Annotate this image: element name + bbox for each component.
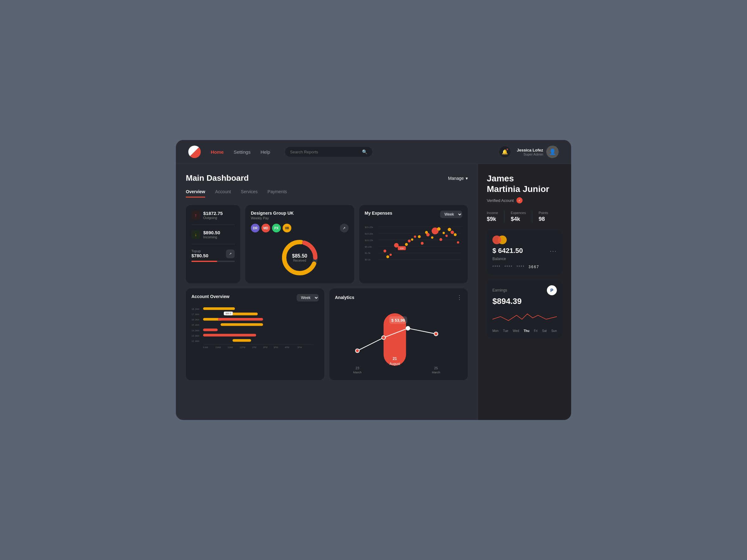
svg-text:23: 23 xyxy=(356,366,359,370)
analytics-card: Analytics ⋮ xyxy=(329,288,468,380)
svg-point-35 xyxy=(442,232,444,234)
svg-point-32 xyxy=(425,231,428,234)
avatars-row: DR MD PX 08 ↗ xyxy=(251,224,349,232)
tabs: Overview Account Services Payments xyxy=(186,189,468,197)
svg-point-37 xyxy=(454,233,456,236)
bottom-grid: Account Overview Week 18 JAN 17 JAN xyxy=(186,288,468,380)
svg-point-16 xyxy=(389,254,391,256)
nav-settings[interactable]: Settings xyxy=(234,149,251,155)
svg-text:9 AM: 9 AM xyxy=(203,346,208,348)
svg-rect-50 xyxy=(221,323,263,326)
incoming-label: Incoming xyxy=(203,235,220,239)
cards-grid-top: ↑ $1872.75 Outgoing ↓ $890.50 Incoming xyxy=(186,205,468,284)
day-sat: Sat xyxy=(542,329,547,332)
search-bar[interactable]: 🔍 xyxy=(285,147,372,157)
user-text: Jessica Lofez Super Admin xyxy=(517,148,543,156)
svg-point-31 xyxy=(418,235,420,238)
gantt-chart-svg: 18 JAN 17 JAN $30.5 16 JAN 15 JAN xyxy=(191,305,319,353)
dots-menu[interactable]: ··· xyxy=(550,247,557,255)
account-overview-card: Account Overview Week 18 JAN 17 JAN xyxy=(186,288,324,380)
svg-text:$0-1k: $0-1k xyxy=(365,258,371,261)
earnings-amount: $894.39 xyxy=(492,296,557,306)
week-selector[interactable]: Week xyxy=(440,211,462,218)
svg-text:1PM: 1PM xyxy=(252,346,256,348)
topup-arrow-icon[interactable]: ↗ xyxy=(226,249,235,258)
header: Home Settings Help 🔍 🔔 Jessica Lofez Sup… xyxy=(176,140,571,164)
expenses-stat: Expences $4k xyxy=(511,211,526,222)
tab-account[interactable]: Account xyxy=(215,189,231,197)
mastercard-icon xyxy=(492,236,557,244)
svg-point-26 xyxy=(450,231,454,234)
profile-name: James Martinia Junior xyxy=(487,173,562,194)
nav-home[interactable]: Home xyxy=(211,149,224,155)
logo-icon xyxy=(188,145,201,158)
donut-container: $85.50 Received xyxy=(251,237,349,278)
designers-title-block: Designers Group UK Weekly Pay xyxy=(251,211,294,220)
tab-overview[interactable]: Overview xyxy=(186,189,205,197)
search-input[interactable] xyxy=(290,150,360,154)
points-label: Points xyxy=(538,211,548,215)
day-tue: Tue xyxy=(503,329,508,332)
svg-text:$30.5: $30.5 xyxy=(226,312,231,315)
svg-text:3PM: 3PM xyxy=(274,346,278,348)
svg-text:31K: 31K xyxy=(400,247,404,250)
svg-text:$10-15k: $10-15k xyxy=(365,239,373,242)
card-number-row: **** **** **** 3667 xyxy=(492,265,557,269)
topup-amount: $780.50 xyxy=(191,253,208,258)
account-week-selector[interactable]: Week xyxy=(297,294,319,301)
nav-help[interactable]: Help xyxy=(260,149,270,155)
donut-label: $85.50 Received xyxy=(292,253,307,262)
topup-row: Topup $780.50 ↗ xyxy=(191,249,235,258)
topup-label: Topup xyxy=(191,249,208,253)
user-name: Jessica Lofez xyxy=(517,148,543,153)
svg-point-30 xyxy=(411,238,413,240)
earnings-card: Earnings P $894.39 Mon Tue Wed Thu Fri S… xyxy=(487,280,562,338)
earnings-header: Earnings P xyxy=(492,285,557,295)
svg-text:March: March xyxy=(353,371,362,373)
more-options-icon[interactable]: ⋮ xyxy=(457,294,462,301)
svg-text:March: March xyxy=(432,371,440,373)
svg-point-33 xyxy=(431,236,433,239)
svg-text:13 JAN: 13 JAN xyxy=(191,335,199,337)
svg-point-29 xyxy=(405,243,408,246)
manage-label: Manage xyxy=(448,176,464,181)
earnings-label: Earnings xyxy=(492,288,507,292)
svg-text:12 JAN: 12 JAN xyxy=(191,340,199,343)
left-panel: Main Dashboard Manage ▾ Overview Account… xyxy=(176,164,478,420)
card-num-last: 3667 xyxy=(529,265,539,269)
avatar[interactable]: 👤 xyxy=(546,145,559,158)
svg-text:$1-5k: $1-5k xyxy=(365,252,371,255)
svg-point-69 xyxy=(382,336,385,340)
incoming-arrow-icon: ↓ xyxy=(191,230,200,239)
notification-bell[interactable]: 🔔 xyxy=(499,146,511,157)
dashboard-title: Main Dashboard xyxy=(186,173,249,183)
avatar-dr: DR xyxy=(251,224,260,232)
svg-point-21 xyxy=(420,242,423,244)
dashboard-header: Main Dashboard Manage ▾ xyxy=(186,173,468,183)
svg-point-24 xyxy=(439,238,442,241)
avatar-count-badge: 08 xyxy=(283,224,291,232)
svg-point-34 xyxy=(437,227,440,231)
designers-subtitle: Weekly Pay xyxy=(251,216,294,220)
day-thu: Thu xyxy=(523,329,529,332)
svg-text:16 JAN: 16 JAN xyxy=(191,318,199,321)
manage-button[interactable]: Manage ▾ xyxy=(448,176,468,181)
svg-text:$ 53,96: $ 53,96 xyxy=(391,318,405,323)
share-icon[interactable]: ↗ xyxy=(340,224,349,232)
tab-payments[interactable]: Payments xyxy=(268,189,287,197)
notification-dot xyxy=(506,148,509,151)
designers-card-header: Designers Group UK Weekly Pay xyxy=(251,211,349,220)
tab-services[interactable]: Services xyxy=(241,189,258,197)
mc-red-circle xyxy=(492,236,501,244)
income-label: Income xyxy=(487,211,498,215)
card-num-3: **** xyxy=(516,265,525,269)
day-mon: Mon xyxy=(492,329,498,332)
income-value: $9k xyxy=(487,216,498,222)
svg-text:August: August xyxy=(390,362,400,366)
chart-days: Mon Tue Wed Thu Fri Sat Sun xyxy=(492,329,557,332)
user-info: Jessica Lofez Super Admin 👤 xyxy=(517,145,559,158)
points-value: 98 xyxy=(538,216,548,222)
divider-2 xyxy=(191,244,235,244)
balance-label: Balance xyxy=(492,257,557,261)
progress-bar xyxy=(191,261,235,262)
